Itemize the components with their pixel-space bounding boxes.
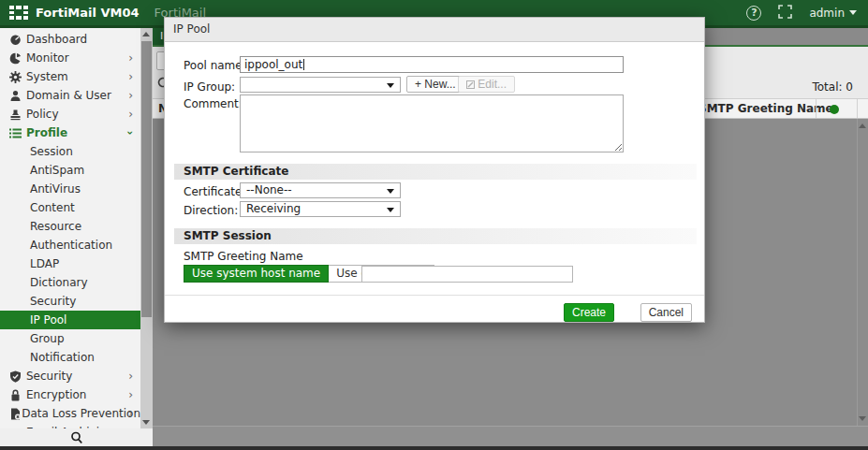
admin-username: admin [809, 7, 845, 20]
certificate-value: --None-- [246, 183, 292, 196]
plus-icon: + [415, 78, 421, 91]
chevron-right-icon: › [128, 52, 133, 64]
text-cursor [303, 59, 304, 70]
certificate-label: Certificate: [184, 185, 245, 198]
sidebar-item-authentication[interactable]: Authentication [0, 236, 140, 254]
admin-menu[interactable]: admin [809, 7, 857, 20]
sidebar-item-domain-user[interactable]: Domain & User › [0, 86, 140, 105]
sidebar-item-security[interactable]: Security › [0, 367, 140, 385]
cancel-button[interactable]: Cancel [640, 303, 692, 322]
dropdown-arrow-icon [387, 189, 394, 194]
dialog-footer: Create Cancel [165, 295, 704, 322]
chevron-right-icon: › [128, 109, 133, 120]
sidebar-item-ip-pool[interactable]: IP Pool [0, 311, 140, 329]
total-count: Total: 0 [812, 80, 853, 94]
list-icon [9, 127, 26, 139]
sidebar-item-encryption[interactable]: Encryption › [0, 385, 140, 404]
column-header-smtp-greeting[interactable]: SMTP Greeting Name [699, 102, 833, 115]
content-footer-strip [153, 426, 868, 446]
smtp-session-section-header: SMTP Session [174, 228, 697, 244]
scroll-down-icon[interactable] [142, 420, 150, 425]
user-icon [9, 90, 26, 102]
sidebar-search[interactable] [0, 428, 153, 446]
chevron-right-icon: › [128, 90, 133, 101]
chevron-down-icon [849, 10, 857, 15]
sidebar-item-data-loss-prevention[interactable]: Data Loss Prevention › [0, 404, 140, 423]
status-bar [0, 446, 868, 450]
sidebar-item-policy[interactable]: Policy › [0, 105, 140, 123]
dialog-title: IP Pool [165, 18, 704, 42]
direction-label: Direction: [184, 204, 238, 217]
search-icon [70, 431, 83, 444]
product-title: FortiMail VM04 [36, 6, 140, 20]
help-icon[interactable]: ? [746, 6, 761, 21]
sidebar-item-system[interactable]: System › [0, 67, 140, 86]
gauge-icon [9, 34, 26, 46]
ip-pool-dialog: IP Pool Pool name: ippool_out IP Group: … [164, 17, 705, 323]
ip-group-edit-button: Edit... [458, 76, 515, 93]
direction-value: Receiving [246, 202, 301, 215]
fullscreen-icon[interactable] [778, 5, 792, 22]
pool-name-value: ippool_out [244, 57, 302, 72]
sidebar-nav: Dashboard Monitor › System › Domain & Us… [0, 28, 140, 433]
scroll-up-icon[interactable] [859, 123, 866, 128]
chevron-right-icon: › [128, 408, 133, 419]
pie-chart-icon [9, 52, 26, 65]
sidebar-item-antispam[interactable]: AntiSpam [0, 161, 140, 180]
sidebar-item-profile[interactable]: Profile › [0, 123, 140, 142]
chevron-right-icon: › [128, 71, 133, 82]
smtp-certificate-section-header: SMTP Certificate [174, 164, 697, 180]
sidebar-item-notification[interactable]: Notification [0, 348, 140, 367]
sidebar-item-session[interactable]: Session [0, 142, 140, 161]
sidebar-scrollbar[interactable] [140, 28, 153, 428]
sidebar-item-content[interactable]: Content [0, 198, 140, 217]
ip-group-select[interactable] [240, 77, 401, 93]
fortinet-logo-icon [9, 6, 28, 20]
sidebar-item-resource[interactable]: Resource [0, 217, 140, 236]
direction-select[interactable]: Receiving [240, 201, 401, 217]
dropdown-arrow-icon [387, 83, 394, 88]
scrollbar-thumb[interactable] [141, 41, 152, 317]
pool-name-label: Pool name: [184, 59, 246, 72]
ip-group-new-button[interactable]: + New... [406, 76, 464, 93]
sidebar-item-antivirus[interactable]: AntiVirus [0, 180, 140, 198]
column-divider [816, 99, 817, 118]
certificate-select[interactable]: --None-- [240, 182, 401, 198]
status-dot-icon [830, 105, 839, 114]
chevron-right-icon: › [128, 370, 133, 382]
greeting-name-input[interactable] [361, 266, 573, 283]
use-system-host-name-toggle[interactable]: Use system host name [184, 265, 329, 283]
sidebar-item-dictionary[interactable]: Dictionary [0, 273, 140, 292]
chevron-down-icon: › [125, 131, 137, 136]
document-x-icon [9, 408, 22, 420]
sidebar-item-security-profile[interactable]: Security [0, 292, 140, 311]
fortimail-app: FortiMail VM04 FortiMail ? admin Dashboa… [0, 0, 868, 450]
scroll-down-icon[interactable] [859, 416, 866, 421]
comment-label: Comment: [184, 97, 243, 110]
ip-group-label: IP Group: [184, 80, 235, 94]
chevron-right-icon: › [128, 389, 133, 400]
table-scrollbar[interactable] [857, 119, 868, 426]
create-button[interactable]: Create [564, 303, 614, 322]
sidebar-item-dashboard[interactable]: Dashboard [0, 30, 140, 49]
lock-icon [9, 389, 26, 401]
gear-icon [9, 71, 26, 83]
scroll-up-icon[interactable] [142, 32, 150, 36]
column-divider [857, 99, 858, 118]
smtp-greeting-name-label: SMTP Greeting Name [184, 250, 303, 263]
sidebar-item-ldap[interactable]: LDAP [0, 254, 140, 273]
comment-textarea[interactable] [240, 94, 624, 152]
dropdown-arrow-icon [387, 208, 394, 212]
stamp-icon [9, 109, 26, 121]
shield-check-icon [9, 370, 26, 383]
sidebar-item-group[interactable]: Group [0, 329, 140, 348]
sidebar-item-monitor[interactable]: Monitor › [0, 49, 140, 67]
edit-icon [466, 80, 475, 89]
pool-name-input[interactable]: ippool_out [240, 56, 624, 73]
